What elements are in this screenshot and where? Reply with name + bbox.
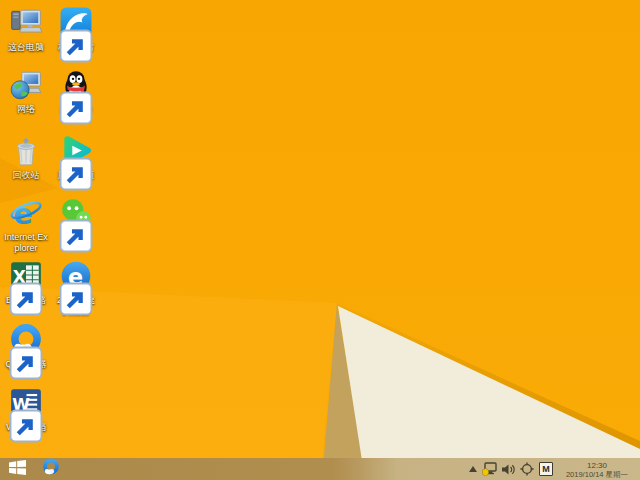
desktop-icon-word[interactable]: W Word文档 (3, 386, 49, 433)
xunlei-icon (59, 6, 93, 40)
shortcut-arrow-icon (59, 91, 70, 102)
qq-browser-icon (9, 323, 43, 357)
desktop-icon-qq-browser[interactable]: QQ浏览器 (3, 323, 49, 370)
recycle-bin-icon (9, 134, 43, 168)
shortcut-arrow-icon (59, 29, 70, 40)
desktop-icon-network[interactable]: 网络 (3, 68, 49, 115)
clock-date: 2019/10/14 星期一 (558, 470, 636, 479)
shortcut-arrow-icon (9, 409, 20, 420)
network-alert-icon[interactable] (482, 461, 497, 477)
internet-explorer-icon: e (9, 196, 43, 230)
desktop-icon-label: 网络 (3, 104, 49, 115)
safety-crosshair-icon[interactable] (520, 461, 534, 477)
start-button[interactable] (2, 458, 32, 480)
taskbar: M 12:30 2019/10/14 星期一 (0, 458, 640, 480)
this-pc-icon (9, 6, 43, 40)
taskbar-pinned-qq-browser[interactable] (38, 458, 64, 480)
desktop-icon-internet-explorer[interactable]: e Internet Explorer (3, 196, 49, 253)
tencent-video-icon (59, 134, 93, 168)
wechat-icon (59, 196, 93, 230)
desktop-icon-recycle-bin[interactable]: 回收站 (3, 134, 49, 181)
shortcut-arrow-icon (59, 282, 70, 293)
desktop-icon-2345-browser[interactable]: e 2345加速浏览器 (53, 259, 99, 316)
shortcut-arrow-icon (59, 219, 70, 230)
system-tray: M 12:30 2019/10/14 星期一 (469, 458, 640, 480)
desktop-icon-wechat[interactable]: 微信 (53, 196, 99, 243)
qq-penguin-icon (59, 68, 93, 102)
desktop-icon-tencent-video[interactable]: 腾讯视频 (53, 134, 99, 181)
desktop-background[interactable]: 这台电脑 极速迅雷 (0, 0, 640, 480)
clock-time: 12:30 (558, 461, 636, 470)
desktop-icon-xunlei[interactable]: 极速迅雷 (53, 6, 99, 53)
desktop-icon-label: Internet Explorer (3, 232, 49, 253)
qq-browser-icon (42, 458, 60, 480)
desktop-icon-label: 这台电脑 (3, 42, 49, 53)
network-icon (9, 68, 43, 102)
show-hidden-icons-button[interactable] (469, 461, 477, 477)
volume-icon[interactable] (502, 461, 515, 477)
shortcut-arrow-icon (9, 346, 20, 357)
2345-browser-icon: e (59, 259, 93, 293)
desktop-icon-tencent-qq[interactable]: 腾讯QQ (53, 68, 99, 115)
shortcut-arrow-icon (9, 282, 20, 293)
desktop-icon-label: 回收站 (3, 170, 49, 181)
desktop-icon-this-pc[interactable]: 这台电脑 (3, 6, 49, 53)
ime-indicator[interactable]: M (539, 462, 553, 476)
desktop-icon-excel[interactable]: X Excel表格 (3, 259, 49, 306)
word-icon: W (9, 386, 43, 420)
shortcut-arrow-icon (59, 157, 70, 168)
taskbar-clock[interactable]: 12:30 2019/10/14 星期一 (558, 460, 636, 479)
windows-logo-icon (9, 460, 26, 479)
excel-icon: X (9, 259, 43, 293)
